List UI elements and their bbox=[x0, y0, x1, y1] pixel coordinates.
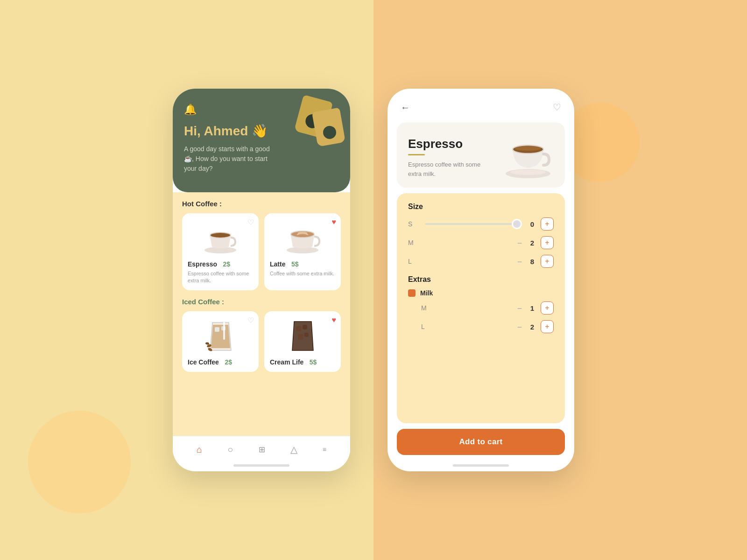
milk-extra-dot bbox=[408, 289, 416, 297]
svg-rect-11 bbox=[223, 319, 225, 340]
phone-content: Hot Coffee : ♡ bbox=[173, 192, 350, 436]
cream-life-cup-svg bbox=[288, 318, 318, 353]
product-name: Espresso bbox=[408, 137, 492, 151]
bag-nav-icon[interactable]: △ bbox=[290, 444, 297, 455]
cream-life-name: Cream Life bbox=[270, 358, 303, 366]
espresso-card[interactable]: ♡ bbox=[182, 213, 259, 290]
size-l-count: 8 bbox=[528, 258, 537, 266]
hot-coffee-grid: ♡ bbox=[182, 213, 341, 290]
size-s-count: 0 bbox=[528, 220, 537, 228]
add-to-cart-button[interactable]: Add to cart bbox=[397, 429, 565, 455]
espresso-cup-svg bbox=[202, 221, 239, 254]
latte-card-info: Latte 5$ bbox=[270, 260, 335, 268]
ice-coffee-price: 2$ bbox=[225, 358, 232, 366]
milk-m-count: 1 bbox=[528, 304, 537, 312]
search-nav-icon[interactable]: ○ bbox=[227, 444, 233, 455]
coffee-bags-decoration bbox=[291, 98, 343, 154]
milk-row-l: L − 2 + bbox=[408, 320, 554, 333]
svg-rect-15 bbox=[304, 333, 309, 337]
size-s-track[interactable] bbox=[425, 223, 522, 225]
latte-price: 5$ bbox=[291, 260, 299, 268]
iced-coffee-grid: ♡ bbox=[182, 311, 341, 372]
hot-coffee-title: Hot Coffee : bbox=[182, 200, 341, 208]
milk-m-minus-button[interactable]: − bbox=[515, 304, 524, 312]
menu-nav-icon[interactable]: ≡ bbox=[323, 446, 326, 453]
product-description: Espresso coffee with some extra milk. bbox=[408, 160, 492, 178]
latte-image bbox=[270, 219, 335, 256]
size-l-stepper: − 8 + bbox=[515, 255, 554, 268]
product-hero: Espresso Espresso coffee with some extra… bbox=[397, 122, 565, 188]
cream-life-heart-icon[interactable]: ♥ bbox=[332, 316, 337, 324]
milk-l-plus-button[interactable]: + bbox=[541, 320, 554, 333]
milk-l-minus-button[interactable]: − bbox=[515, 322, 524, 331]
extras-title: Extras bbox=[408, 275, 554, 284]
milk-m-label: M bbox=[421, 304, 432, 312]
espresso-price: 2$ bbox=[223, 260, 231, 268]
latte-cup-svg bbox=[284, 221, 321, 254]
size-l-label: L bbox=[408, 258, 419, 265]
bag2 bbox=[312, 107, 345, 147]
latte-name: Latte bbox=[270, 260, 285, 268]
espresso-heart-icon[interactable]: ♡ bbox=[247, 218, 254, 227]
right-phone: ← ♡ Espresso Espresso coffee with some e… bbox=[388, 89, 574, 471]
size-s-stepper: 0 + bbox=[528, 217, 554, 231]
ice-coffee-image bbox=[188, 317, 253, 354]
cream-life-card[interactable]: ♥ bbox=[264, 311, 341, 372]
size-m-plus-button[interactable]: + bbox=[541, 236, 554, 249]
espresso-card-info: Espresso 2$ bbox=[188, 260, 253, 268]
size-row-m: M − 2 + bbox=[408, 236, 554, 249]
svg-rect-14 bbox=[298, 334, 303, 340]
detail-cup-svg bbox=[502, 132, 554, 178]
milk-m-stepper: − 1 + bbox=[515, 301, 554, 315]
espresso-image bbox=[188, 219, 253, 256]
milk-l-label: L bbox=[421, 323, 432, 330]
svg-point-19 bbox=[515, 146, 541, 151]
size-m-label: M bbox=[408, 239, 419, 246]
size-row-l: L − 8 + bbox=[408, 255, 554, 268]
ice-coffee-card[interactable]: ♡ bbox=[182, 311, 259, 372]
size-s-plus-button[interactable]: + bbox=[541, 217, 554, 231]
cream-life-card-info: Cream Life 5$ bbox=[270, 358, 335, 366]
size-title: Size bbox=[408, 203, 554, 211]
cream-life-image bbox=[270, 317, 335, 354]
subtitle-text: A good day starts with a good ☕, How do … bbox=[184, 144, 277, 174]
grid-nav-icon[interactable]: ⊞ bbox=[259, 445, 265, 455]
back-button[interactable]: ← bbox=[401, 102, 410, 113]
size-row-s: S 0 + bbox=[408, 217, 554, 231]
ice-coffee-name: Ice Coffee bbox=[188, 358, 219, 366]
milk-extra-name: Milk bbox=[420, 289, 433, 297]
svg-rect-12 bbox=[296, 326, 301, 331]
milk-m-plus-button[interactable]: + bbox=[541, 301, 554, 315]
svg-point-17 bbox=[510, 169, 546, 175]
svg-rect-13 bbox=[303, 325, 307, 329]
size-m-count: 2 bbox=[528, 239, 537, 247]
home-nav-icon[interactable]: ⌂ bbox=[197, 444, 202, 455]
size-l-plus-button[interactable]: + bbox=[541, 255, 554, 268]
latte-desc: Coffee with some extra milk. bbox=[270, 270, 335, 277]
ice-coffee-heart-icon[interactable]: ♡ bbox=[247, 316, 254, 325]
ice-coffee-cup-svg bbox=[205, 318, 236, 353]
size-s-label: S bbox=[408, 220, 419, 228]
milk-extra-item: Milk bbox=[408, 289, 554, 297]
detail-header: ← ♡ bbox=[388, 89, 574, 122]
phone-header: 🔔 Hi, Ahmed 👋 A good day starts with a g… bbox=[173, 89, 350, 192]
milk-row-m: M − 1 + bbox=[408, 301, 554, 315]
size-l-minus-button[interactable]: − bbox=[515, 257, 524, 266]
latte-heart-icon[interactable]: ♥ bbox=[332, 218, 337, 226]
espresso-desc: Espresso coffee with some extra milk. bbox=[188, 270, 253, 285]
latte-card[interactable]: ♥ bbox=[264, 213, 341, 290]
size-m-minus-button[interactable]: − bbox=[515, 238, 524, 247]
svg-rect-6 bbox=[215, 327, 219, 332]
ice-coffee-card-info: Ice Coffee 2$ bbox=[188, 358, 253, 366]
favorite-button[interactable]: ♡ bbox=[553, 102, 561, 113]
milk-l-count: 2 bbox=[528, 323, 537, 331]
size-m-stepper: − 2 + bbox=[515, 236, 554, 249]
size-s-thumb[interactable] bbox=[512, 219, 522, 229]
left-phone: 🔔 Hi, Ahmed 👋 A good day starts with a g… bbox=[173, 89, 350, 471]
product-image bbox=[502, 132, 554, 178]
cream-life-price: 5$ bbox=[310, 358, 317, 366]
detail-content: Size S 0 + M − bbox=[397, 193, 565, 423]
product-divider bbox=[408, 154, 425, 155]
espresso-name: Espresso bbox=[188, 260, 217, 268]
product-info: Espresso Espresso coffee with some extra… bbox=[408, 137, 492, 178]
